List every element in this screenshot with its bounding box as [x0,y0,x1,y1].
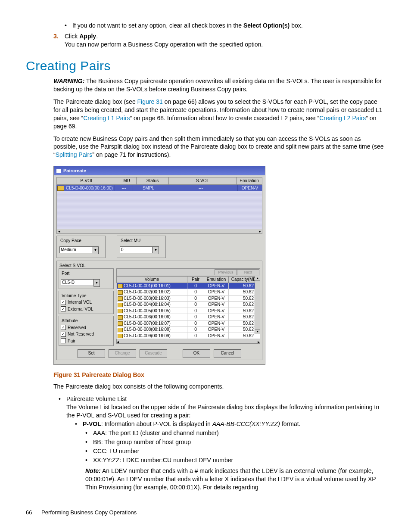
figure-caption: Figure 31 Paircreate Dialog Box [53,371,385,379]
port-input[interactable] [61,279,93,286]
footer-title: Performing Business Copy Operations [41,509,137,516]
copy-pace-combo[interactable]: ▾ [59,246,103,254]
horizontal-scrollbar[interactable]: ◂▸ [116,339,260,344]
col-status[interactable]: Status [137,177,169,185]
svol-nav: Previous Next [116,268,260,276]
col-pvol[interactable]: P-VOL [57,177,117,185]
volume-type-group: Volume Type ✓Internal VOL ✓External VOL [59,291,114,314]
col-emulation[interactable]: Emulation [204,277,229,283]
bullet-icon: • [65,22,72,30]
paircreate-dialog: Paircreate P-VOL MU Status S-VOL Emulati… [53,166,265,365]
scroll-right-icon[interactable]: ▸ [258,229,262,233]
scroll-up-icon[interactable]: ▴ [255,276,260,281]
link-creating-l1[interactable]: Creating L1 Pairs [83,115,130,121]
note-label: Note: [85,467,101,474]
step-content: Click Apply. You can now perform a Busin… [65,32,263,49]
svol-row[interactable]: CL5-D-00-002(00:16:02)0OPEN-V50.62 [117,289,260,296]
vertical-scrollbar[interactable]: ▴ ▾ [255,276,260,334]
paragraph-links: The Paircreate dialog box (see Figure 31… [53,98,385,131]
col-svol[interactable]: S-VOL [169,177,237,185]
previous-button[interactable]: Previous [215,269,237,275]
svol-row[interactable]: CL5-D-00-004(00:16:04)0OPEN-V50.62 [117,302,260,308]
section-heading: Creating Pairs [26,57,385,75]
dialog-titlebar: Paircreate [54,166,265,175]
pvol-selected-row[interactable]: CL5-D-00-000(00:16:00) --- SMPL --- OPEN… [56,185,262,192]
select-svol-group: Select S-VOL Port ▾ Volume Type ✓Interna… [56,261,262,361]
col-pair[interactable]: Pair [187,277,204,283]
bullet-icon: • [75,420,83,428]
port-group: Port ▾ [59,268,114,289]
bullet-icon: • [59,395,66,420]
select-mu-group: Select MU ▾ [117,236,166,258]
pvol-table: P-VOL MU Status S-VOL Emulation [56,177,262,185]
cancel-button[interactable]: Cancel [214,349,241,358]
ccc-item: •CCC: LU number [85,447,385,455]
paragraph-split: To create new Business Copy pairs and th… [53,135,385,159]
svol-row[interactable]: CL5-D-00-006(00:16:06)0OPEN-V50.62 [117,314,260,320]
step-3: 3. Click Apply. You can now perform a Bu… [53,32,385,49]
svol-row[interactable]: CL5-D-00-005(00:16:05)0OPEN-V50.62 [117,308,260,314]
aaa-item: •AAA: The port ID (cluster and channel n… [85,429,385,437]
svol-row[interactable]: CL5-D-00-009(00:16:09)0OPEN-V50.62 [117,333,260,339]
select-mu-input[interactable] [120,246,153,253]
svol-table[interactable]: Volume Pair Emulation Capacity(MB) CL5-D… [116,276,260,339]
internal-vol-checkbox[interactable]: ✓Internal VOL [61,299,112,305]
option-bullet: • If you do not want to set any option, … [65,22,385,30]
cascade-button[interactable]: Cascade [140,349,167,358]
attribute-group: Attribute ✓Reserved ✓Not Reserved Pair [59,316,114,346]
page-number: 66 [26,509,32,516]
step-number: 3. [53,32,65,49]
warning-paragraph: WARNING: The Business Copy paircreate op… [53,77,385,93]
reserved-checkbox[interactable]: ✓Reserved [61,325,112,331]
pvol-format-item: • P-VOL: Information about P-VOL is disp… [75,420,385,428]
not-reserved-checkbox[interactable]: ✓Not Reserved [61,331,112,337]
chevron-down-icon[interactable]: ▾ [92,246,99,254]
components-intro: The Paircreate dialog box consists of th… [53,383,385,391]
svol-row[interactable]: CL5-D-00-008(00:16:08)0OPEN-V50.62 [117,327,260,333]
component-desc: The Volume List located on the upper sid… [66,404,379,419]
ldev-note: Note: An LDEV number that ends with a # … [85,467,385,492]
link-splitting-pairs[interactable]: Splitting Pairs [56,151,93,158]
component-item: • Paircreate Volume List The Volume List… [59,395,385,420]
pair-checkbox[interactable]: Pair [61,338,112,344]
select-mu-combo[interactable]: ▾ [120,246,163,254]
col-mu[interactable]: MU [117,177,137,185]
copy-pace-group: Copy Pace ▾ [56,236,106,258]
change-button[interactable]: Change [109,349,136,358]
scroll-left-icon[interactable]: ◂ [57,229,61,233]
col-volume[interactable]: Volume [117,277,187,283]
chevron-down-icon[interactable]: ▾ [153,246,159,254]
component-title: Paircreate Volume List [66,395,127,402]
svol-row[interactable]: CL5-D-00-007(00:16:07)0OPEN-V50.62 [117,320,260,327]
chevron-down-icon[interactable]: ▾ [93,279,100,287]
option-bullet-text: If you do not want to set any option, cl… [72,22,303,30]
pvol-empty-area [56,191,262,229]
warning-label: WARNING: [53,78,84,84]
link-figure-31[interactable]: Figure 31 [137,98,163,105]
ok-button[interactable]: OK [183,349,210,358]
link-creating-l2[interactable]: Creating L2 Pairs [319,115,366,121]
col-emulation[interactable]: Emulation [237,177,262,185]
bb-item: •BB: The group number of host group [85,438,385,446]
scroll-down-icon[interactable]: ▾ [255,329,260,334]
set-button[interactable]: Set [78,349,105,358]
next-button[interactable]: Next [237,269,259,275]
copy-pace-input[interactable] [59,246,92,253]
page-footer: 66 Performing Business Copy Operations [26,509,385,516]
window-icon [56,169,61,173]
external-vol-checkbox[interactable]: ✓External VOL [61,306,112,312]
xyz-item: •XX:YY:ZZ: LDKC number:CU number:LDEV nu… [85,456,385,464]
svol-row[interactable]: CL5-D-00-001(00:16:01)0OPEN-V50.62 [117,283,260,289]
horizontal-scrollbar[interactable]: ◂▸ [56,229,262,234]
volume-icon [57,186,64,191]
port-combo[interactable]: ▾ [61,279,112,287]
svol-row[interactable]: CL5-D-00-003(00:16:03)0OPEN-V50.62 [117,295,260,302]
